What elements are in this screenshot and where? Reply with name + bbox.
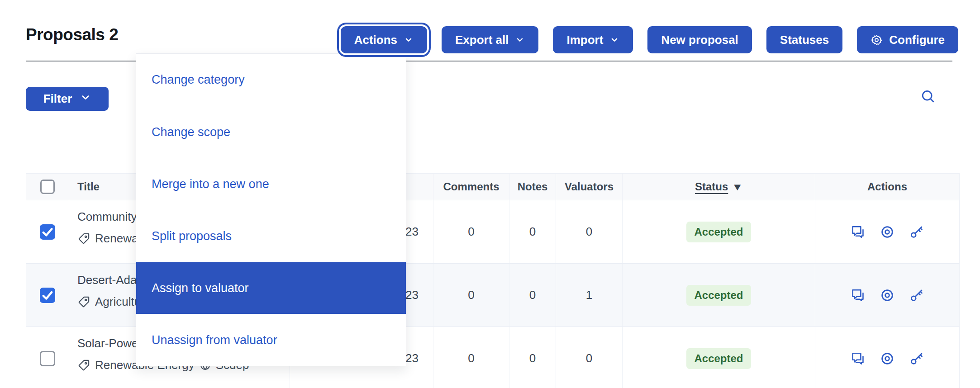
actions-menu-item[interactable]: Assign to valuator <box>136 262 406 314</box>
notes-cell: 0 <box>509 264 556 327</box>
row-checkbox[interactable] <box>40 351 55 366</box>
notes-cell: 0 <box>509 327 556 388</box>
row-checkbox[interactable] <box>40 288 55 303</box>
row-actions <box>815 225 959 239</box>
permissions-button[interactable] <box>909 351 924 366</box>
column-header-actions: Actions <box>815 174 960 200</box>
actions-button[interactable]: Actions <box>341 26 427 53</box>
valuators-cell: 0 <box>556 200 623 264</box>
gear-icon <box>871 34 883 46</box>
statuses-label: Statuses <box>780 33 829 47</box>
speech-bubble-icon <box>851 351 865 366</box>
configure-button[interactable]: Configure <box>857 26 958 53</box>
key-icon <box>909 351 924 366</box>
search-button[interactable] <box>919 88 937 106</box>
new-proposal-button[interactable]: New proposal <box>647 26 752 53</box>
actions-menu-item[interactable]: Split proposals <box>136 210 406 262</box>
import-label: Import <box>566 33 603 47</box>
column-header-valuators: Valuators <box>556 174 623 200</box>
actions-menu: Change categoryChange scopeMerge into a … <box>136 53 406 366</box>
answer-proposal-button[interactable] <box>851 351 865 366</box>
row-checkbox[interactable] <box>40 224 55 240</box>
row-actions <box>815 288 959 303</box>
permissions-button[interactable] <box>909 288 924 303</box>
actions-menu-item[interactable]: Unassign from valuator <box>136 314 406 366</box>
status-sort-link[interactable]: Status▼ <box>695 180 742 193</box>
key-icon <box>909 288 924 303</box>
column-header-comments: Comments <box>433 174 509 200</box>
valuators-cell: 1 <box>556 264 623 327</box>
column-header-status: Status▼ <box>623 174 815 200</box>
new-proposal-label: New proposal <box>661 33 738 47</box>
chevron-down-icon <box>80 92 91 106</box>
tag-icon <box>77 359 90 372</box>
actions-menu-item[interactable]: Change scope <box>136 106 406 158</box>
answer-proposal-button[interactable] <box>851 225 865 239</box>
filter-label: Filter <box>43 92 72 106</box>
sort-desc-icon: ▼ <box>732 181 743 193</box>
preview-proposal-button[interactable] <box>880 351 894 366</box>
chevron-down-icon <box>609 35 619 45</box>
chevron-down-icon <box>404 35 414 45</box>
chevron-down-icon <box>515 35 525 45</box>
target-eye-icon <box>880 225 894 239</box>
configure-label: Configure <box>889 33 945 47</box>
category-label: Renewa <box>95 231 138 246</box>
permissions-button[interactable] <box>909 225 924 239</box>
answer-proposal-button[interactable] <box>851 288 865 303</box>
statuses-button[interactable]: Statuses <box>766 26 842 53</box>
comments-cell: 0 <box>433 200 509 264</box>
notes-cell: 0 <box>509 200 556 264</box>
page-title: Proposals 2 <box>26 25 118 44</box>
export-all-button[interactable]: Export all <box>442 26 538 53</box>
tag-icon <box>77 295 90 308</box>
column-header-notes: Notes <box>509 174 556 200</box>
select-all-checkbox[interactable] <box>40 180 55 194</box>
status-badge: Accepted <box>686 285 751 306</box>
target-eye-icon <box>880 351 894 366</box>
filter-button[interactable]: Filter <box>26 87 109 111</box>
toolbar: Actions Export all Import New proposal S… <box>341 26 958 53</box>
key-icon <box>909 225 924 239</box>
speech-bubble-icon <box>851 225 865 239</box>
search-icon <box>920 99 936 106</box>
row-actions <box>815 351 959 366</box>
comments-cell: 0 <box>433 327 509 388</box>
preview-proposal-button[interactable] <box>880 225 894 239</box>
target-eye-icon <box>880 288 894 303</box>
status-badge: Accepted <box>686 348 751 369</box>
export-all-label: Export all <box>455 33 509 47</box>
import-button[interactable]: Import <box>553 26 633 53</box>
category-label: Agricultu <box>95 294 141 309</box>
valuators-cell: 0 <box>556 327 623 388</box>
actions-button-label: Actions <box>354 33 397 47</box>
status-badge: Accepted <box>686 222 751 242</box>
speech-bubble-icon <box>851 288 865 303</box>
tag-icon <box>77 232 90 245</box>
preview-proposal-button[interactable] <box>880 288 894 303</box>
actions-menu-item[interactable]: Merge into a new one <box>136 158 406 210</box>
comments-cell: 0 <box>433 264 509 327</box>
actions-menu-item[interactable]: Change category <box>136 54 406 106</box>
